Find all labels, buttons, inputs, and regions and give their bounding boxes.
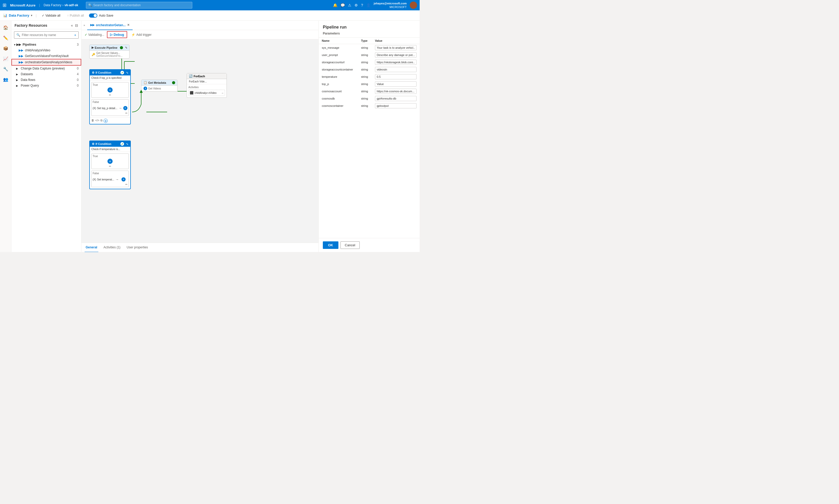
datasets-count: 4 <box>77 72 79 76</box>
activity-label: childAnalyz eVideo <box>195 91 217 94</box>
autosave-switch[interactable] <box>89 14 97 18</box>
param-name-4: temperature <box>319 73 358 80</box>
if-false-edit-2: ✏ <box>93 183 127 186</box>
alert-icon[interactable]: ⚠ <box>348 3 352 7</box>
bottom-tab-general[interactable]: General <box>85 243 98 252</box>
foreach-body: Activities ⬛ childAnalyz eVideo → <box>187 84 226 97</box>
right-panel: Pipeline run Parameters Name Type Value … <box>319 21 420 252</box>
add-resource-icon[interactable]: + <box>74 33 76 37</box>
datasets-header[interactable]: ▶ Datasets 4 <box>12 71 81 77</box>
account-icon[interactable]: 👤 <box>366 3 371 7</box>
pipeline-item-childAnalyzeVideo[interactable]: ▶▶ childAnalyzeVideo <box>12 48 81 53</box>
param-value-input-6[interactable] <box>375 89 416 94</box>
table-row: cosmosaccount string <box>319 88 420 95</box>
collapse-sidebar-icon[interactable]: « <box>71 23 73 28</box>
canvas-area: » ▶▶ orchestratorGetan... ✕ ✓ Validating… <box>82 21 319 252</box>
feedback-icon[interactable]: 💬 <box>341 3 345 7</box>
pipeline-icon-3: ▶▶ <box>19 60 23 64</box>
param-type-6: string <box>358 88 372 95</box>
if-code-btn-1[interactable]: </> <box>95 119 99 123</box>
param-type-2: string <box>358 59 372 66</box>
breadcrumb-instance[interactable]: vk-adf-sk <box>65 3 79 7</box>
param-value-input-8[interactable] <box>375 103 416 108</box>
if-icon-1: ⚙ <box>92 71 95 74</box>
add-trigger-btn[interactable]: ⚡ Add trigger <box>130 32 153 38</box>
debug-button[interactable]: ▷ Debug <box>107 31 127 38</box>
search-input[interactable] <box>93 3 190 7</box>
execute-sub: 🔑 Get Secure Values... GetSecureValuesFr… <box>91 52 127 57</box>
if-true-add-btn-2[interactable]: + <box>107 159 113 164</box>
if-condition-1-node[interactable]: ⚙ If Condition ✓ ⤡ Check if top_p is spe… <box>89 69 131 124</box>
param-value-input-3[interactable] <box>375 67 416 72</box>
pipelines-section-header[interactable]: ▾ ▶▶ Pipelines 3 <box>12 42 81 48</box>
publish-all-btn[interactable]: ↑ Publish all <box>66 13 86 18</box>
toolbox-icon-btn[interactable]: 🔧 <box>1 64 11 74</box>
validate-all-btn[interactable]: ✓ Validate all <box>40 13 62 18</box>
param-value-input-4[interactable] <box>375 74 416 79</box>
pipeline-item-orchestrator[interactable]: ▶▶ orchestratorGetandAnalyzeVideos <box>12 59 81 66</box>
powerquery-label: Power Query <box>21 84 39 87</box>
if-true-add-btn-1[interactable]: + <box>107 87 113 93</box>
pipeline-item-GetSecureValues[interactable]: ▶▶ GetSecureValuesFromKeyVault <box>12 53 81 59</box>
if-false-add-btn-1[interactable]: + <box>123 106 127 110</box>
params-table: Name Type Value sys_message string user_… <box>319 38 420 109</box>
nav-expand-btn[interactable]: » <box>83 24 86 27</box>
if-false-add-btn-2[interactable]: + <box>121 177 125 181</box>
breadcrumb-df[interactable]: Data Factory <box>44 3 62 7</box>
param-value-cell-2 <box>372 59 420 66</box>
param-value-input-2[interactable] <box>375 60 416 65</box>
param-value-input-5[interactable] <box>375 82 416 87</box>
search-bar[interactable]: 🔍 <box>86 2 192 8</box>
if-condition-2-node[interactable]: ⚙ If Condition ✓ ⤡ Check if temperature … <box>89 141 131 189</box>
filter-input[interactable] <box>22 33 72 37</box>
notification-icon[interactable]: 🔔 <box>333 3 337 7</box>
param-value-input-0[interactable] <box>375 45 416 50</box>
bottom-tab-user-props[interactable]: User properties <box>125 243 149 252</box>
execute-pipeline-node[interactable]: ▶ Execute Pipeline ⤡ 🔑 Get Secure Values… <box>89 44 130 59</box>
if-expand-collapse-1[interactable]: ⊕ <box>104 119 108 123</box>
breadcrumb-sep1: | <box>39 3 40 7</box>
avatar[interactable] <box>410 2 417 9</box>
pencil-icon-btn[interactable]: ✏️ <box>1 33 11 42</box>
cancel-button[interactable]: Cancel <box>341 241 360 249</box>
cdc-label: Change Data Capture (preview) <box>21 67 65 70</box>
pipelines-icon: ▶▶ <box>16 43 21 47</box>
search-icon: 🔍 <box>88 3 92 7</box>
param-value-input-1[interactable] <box>375 52 416 57</box>
foreach-node[interactable]: 🔄 ForEach ForEach Vide... Activities ⬛ c… <box>187 73 227 98</box>
users-icon-btn[interactable]: 👥 <box>1 75 11 84</box>
cdc-header[interactable]: ▶ Change Data Capture (preview) 0 <box>12 66 81 71</box>
set-variable-node-1: (X) Set top_p detail... → + <box>93 105 127 112</box>
df-dropdown-icon[interactable]: ▾ <box>31 14 32 17</box>
param-value-input-7[interactable] <box>375 96 416 101</box>
powerquery-header[interactable]: ▶ Power Query 0 <box>12 83 81 88</box>
canvas-tab-orchestrator[interactable]: ▶▶ orchestratorGetan... ✕ <box>87 21 133 30</box>
home-icon-btn[interactable]: 🏠 <box>1 23 11 32</box>
breadcrumb-arrow: › <box>63 3 64 7</box>
if-expand-1[interactable]: ⤡ <box>126 71 128 74</box>
if-delete-btn-1[interactable]: 🗑 <box>91 119 94 123</box>
ok-button[interactable]: OK <box>323 241 338 249</box>
dataflows-header[interactable]: ▶ Data flows 0 <box>12 77 81 83</box>
pipelines-label: Pipelines <box>22 43 36 47</box>
factory-icon-btn[interactable]: 📦 <box>1 43 11 53</box>
expand-all-icon[interactable]: ⊟ <box>75 23 78 28</box>
execute-sub-sub-label: GetSecureValuesFro... <box>96 54 122 57</box>
tab-close-icon[interactable]: ✕ <box>127 23 130 27</box>
if-expand-2[interactable]: ⤡ <box>126 143 128 145</box>
monitor-icon-btn[interactable]: 📈 <box>1 54 11 63</box>
if-copy-btn-1[interactable]: ⧉ <box>100 119 103 123</box>
help-icon[interactable]: ? <box>361 3 363 7</box>
if-sublabel-1: Check if top_p is specified <box>90 75 130 80</box>
param-value-cell-0 <box>372 44 420 52</box>
execute-expand-icon[interactable]: ⤡ <box>125 46 127 49</box>
param-type-1: string <box>358 51 372 59</box>
activity-arrow: → <box>221 91 224 94</box>
df-icon: 📊 <box>3 14 7 17</box>
settings-icon[interactable]: ⚙ <box>355 3 358 7</box>
right-panel-footer: OK Cancel <box>319 238 420 252</box>
if-true-hint-1: ✏ <box>93 94 127 96</box>
if-false-section-1: False (X) Set top_p detail... → + ✏ <box>91 99 129 116</box>
get-metadata-node[interactable]: 📋 Get Metadata ℹ Get Videos <box>141 79 177 91</box>
bottom-tab-activities[interactable]: Activities (1) <box>103 243 121 252</box>
